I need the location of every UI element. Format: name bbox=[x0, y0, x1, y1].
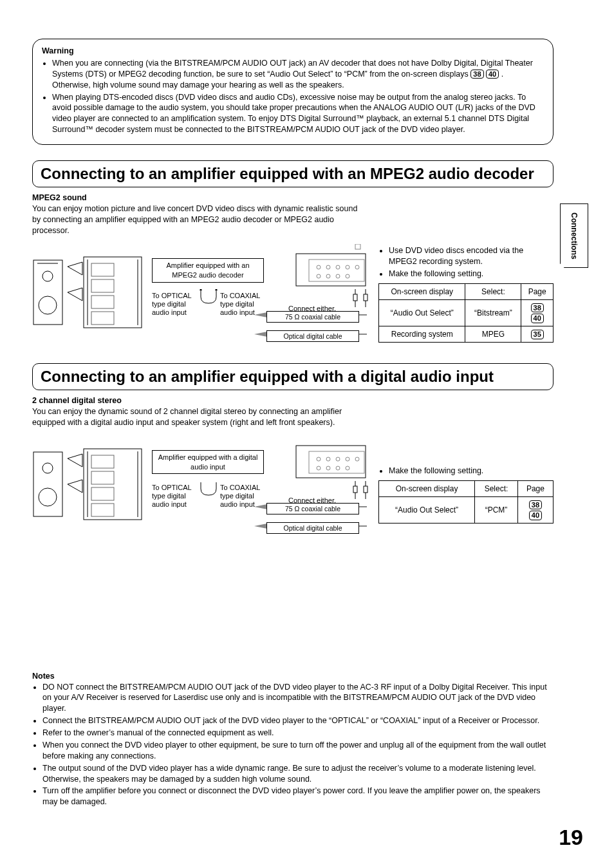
svg-point-51 bbox=[355, 457, 359, 461]
table-header: Page bbox=[517, 480, 553, 496]
optical-cable-label: Optical digital cable bbox=[266, 330, 359, 342]
svg-point-22 bbox=[336, 274, 340, 278]
svg-point-20 bbox=[317, 274, 321, 278]
svg-point-55 bbox=[346, 466, 349, 470]
svg-marker-11 bbox=[68, 262, 82, 275]
coaxial-input-label: To COAXIAL type digital audio input bbox=[220, 292, 269, 317]
svg-point-2 bbox=[42, 271, 53, 281]
section-heading-digital-input: Connecting to an amplifier equipped with… bbox=[32, 363, 554, 390]
svg-point-19 bbox=[355, 265, 359, 269]
svg-rect-24 bbox=[355, 244, 360, 249]
svg-rect-31 bbox=[353, 294, 357, 301]
svg-rect-42 bbox=[91, 504, 114, 516]
page-number: 19 bbox=[559, 823, 583, 853]
section-heading-mpeg2: Connecting to an amplifier equipped with… bbox=[32, 160, 554, 187]
svg-rect-41 bbox=[91, 487, 114, 500]
optical-input-label: To OPTICAL type digital audio input bbox=[152, 484, 197, 509]
notes-item: Turn off the amplifier before you connec… bbox=[42, 786, 554, 807]
svg-point-18 bbox=[346, 265, 349, 269]
svg-rect-10 bbox=[91, 312, 114, 325]
warning-title: Warning bbox=[42, 46, 544, 57]
table-cell: 35 bbox=[521, 326, 554, 343]
table-cell: MPEG bbox=[465, 326, 521, 343]
svg-marker-43 bbox=[68, 454, 82, 467]
connector-icon bbox=[353, 289, 372, 312]
table-cell: “Audio Out Select” bbox=[379, 496, 475, 523]
svg-rect-8 bbox=[91, 279, 114, 292]
svg-point-49 bbox=[336, 457, 340, 461]
table-cell: “Audio Out Select” bbox=[379, 299, 465, 326]
svg-point-53 bbox=[326, 466, 330, 470]
svg-point-47 bbox=[317, 457, 321, 461]
settings-table-mpeg2: On-screen display Select: Page “Audio Ou… bbox=[378, 283, 554, 343]
page-ref-icon: 38 bbox=[529, 500, 542, 510]
svg-rect-33 bbox=[33, 452, 62, 516]
amp-label-box: Amplifier equipped with an MPEG2 audio d… bbox=[152, 258, 264, 283]
svg-rect-32 bbox=[364, 294, 367, 301]
svg-point-21 bbox=[326, 274, 330, 278]
svg-point-48 bbox=[326, 457, 330, 461]
coaxial-input-label: To COAXIAL type digital audio input bbox=[220, 484, 269, 509]
svg-rect-46 bbox=[309, 451, 364, 473]
notes-item: Connect the BITSTREAM/PCM AUDIO OUT jack… bbox=[42, 715, 554, 726]
svg-rect-0 bbox=[33, 260, 62, 325]
amp-label-box: Amplifier equipped with a digital audio … bbox=[152, 450, 264, 475]
table-cell: Recording system bbox=[379, 326, 465, 343]
svg-point-35 bbox=[39, 488, 57, 506]
svg-rect-60 bbox=[353, 486, 357, 493]
table-header: Select: bbox=[465, 283, 521, 299]
optical-input-label: To OPTICAL type digital audio input bbox=[152, 292, 197, 317]
warning-item-1: When you are connecting (via the BITSTRE… bbox=[52, 58, 544, 91]
page-ref-icon: 40 bbox=[531, 314, 544, 323]
svg-point-3 bbox=[39, 296, 57, 314]
svg-point-34 bbox=[42, 463, 53, 473]
settings-table-digital: On-screen display Select: Page “Audio Ou… bbox=[378, 480, 554, 524]
page-ref-icon: 38 bbox=[470, 70, 483, 79]
svg-point-52 bbox=[317, 466, 321, 470]
section-heading-text: Connecting to an amplifier equipped with… bbox=[41, 164, 545, 184]
section2-intro: You can enjoy the dynamic sound of 2 cha… bbox=[32, 406, 367, 428]
table-cell: “PCM” bbox=[475, 496, 518, 523]
section1-bullet-1: Use DVD video discs encoded via the MPEG… bbox=[389, 245, 554, 267]
svg-marker-12 bbox=[68, 288, 82, 301]
svg-point-16 bbox=[326, 265, 330, 269]
section2-bullet-1: Make the following setting. bbox=[389, 466, 554, 476]
notes-item: DO NOT connect the BITSTREAM/PCM AUDIO O… bbox=[42, 682, 554, 715]
table-header: On-screen display bbox=[379, 283, 465, 299]
svg-rect-9 bbox=[91, 296, 114, 308]
svg-point-23 bbox=[346, 274, 349, 278]
optical-cable-label: Optical digital cable bbox=[266, 522, 359, 534]
svg-marker-30 bbox=[215, 289, 218, 290]
svg-rect-61 bbox=[364, 486, 367, 493]
notes-item: Refer to the owner’s manual of the conne… bbox=[42, 728, 554, 739]
page-ref-icon: 35 bbox=[531, 330, 544, 339]
section1-bullet-2: Make the following setting. bbox=[389, 269, 554, 279]
table-header: Page bbox=[521, 283, 554, 299]
section1-intro: You can enjoy motion picture and live co… bbox=[32, 203, 367, 236]
svg-point-17 bbox=[336, 265, 340, 269]
section2-subhead: 2 channel digital stereo bbox=[32, 395, 554, 406]
table-cell: 38 40 bbox=[521, 299, 554, 326]
svg-point-15 bbox=[317, 265, 321, 269]
warning-box: Warning When you are connecting (via the… bbox=[32, 39, 554, 145]
page-ref-icon: 38 bbox=[531, 303, 544, 313]
connector-icon bbox=[353, 481, 372, 504]
notes-item: When you connect the DVD video player to… bbox=[42, 740, 554, 762]
svg-marker-58 bbox=[254, 524, 267, 529]
connector-icon bbox=[198, 481, 220, 502]
svg-point-54 bbox=[336, 466, 340, 470]
coax-cable-label: 75 Ω coaxial cable bbox=[266, 503, 359, 514]
table-header: On-screen display bbox=[379, 480, 475, 496]
table-header: Select: bbox=[475, 480, 518, 496]
section-heading-text: Connecting to an amplifier equipped with… bbox=[41, 366, 545, 387]
svg-rect-14 bbox=[309, 259, 364, 281]
svg-marker-27 bbox=[254, 332, 267, 337]
page-ref-icon: 40 bbox=[529, 511, 542, 520]
svg-marker-44 bbox=[68, 480, 82, 493]
notes-title: Notes bbox=[32, 671, 554, 682]
side-tab-connections: Connections bbox=[560, 203, 588, 268]
table-cell: “Bitstream” bbox=[465, 299, 521, 326]
coax-cable-label: 75 Ω coaxial cable bbox=[266, 311, 359, 323]
svg-rect-40 bbox=[91, 471, 114, 484]
svg-marker-29 bbox=[200, 289, 202, 290]
